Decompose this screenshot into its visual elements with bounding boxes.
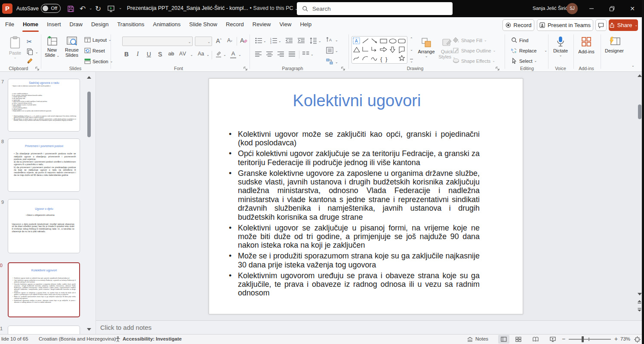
zoom-out-button[interactable]: − [562, 335, 565, 342]
slide-sorter-button[interactable] [515, 337, 521, 342]
normal-view-button[interactable] [498, 335, 509, 344]
shape-gallery[interactable]: A { } [351, 36, 407, 64]
slide-bullet[interactable]: Kolektivni ugovor može se zaključiti kao… [228, 130, 480, 147]
slide-bullet[interactable]: Opći kolektivni ugovor zaključuje se za … [228, 149, 480, 167]
increase-font-button[interactable]: A^ [216, 37, 222, 44]
numbering-button[interactable]: 123 [270, 37, 277, 44]
clear-formatting-button[interactable]: A [240, 37, 247, 44]
designer-button[interactable]: Designer [602, 36, 626, 53]
slide-thumbnail-7[interactable]: Sadržaj ugovora o radu • Ugovor o radu s… [8, 79, 80, 132]
increase-indent-button[interactable] [298, 37, 305, 44]
thumbnails-scroll-down-icon[interactable] [87, 328, 91, 331]
notes-pane[interactable]: Click to add notes [96, 320, 644, 334]
zoom-slider-track[interactable] [569, 339, 611, 340]
ribbon-tab[interactable]: Transitions [113, 17, 148, 33]
slide-bullet[interactable]: Može se i produžiti sporazumom strana ko… [228, 252, 480, 269]
slideshow-view-button[interactable] [550, 337, 556, 342]
saved-status[interactable]: • Saved to this PC [250, 5, 293, 11]
copy-button[interactable] [27, 48, 33, 55]
ribbon-tab[interactable]: Slide Show [185, 17, 222, 33]
dictate-button[interactable]: Dictate ⌄ [550, 36, 571, 57]
cut-button[interactable]: ✂ [27, 38, 32, 46]
highlight-button[interactable] [215, 51, 222, 58]
slide-body[interactable]: Kolektivni ugovor može se zaključiti kao… [228, 130, 480, 299]
align-text-chevron-icon[interactable]: ⌄ [335, 49, 338, 53]
strikethrough-button[interactable]: ab [166, 51, 176, 57]
ribbon-tab[interactable]: File [1, 17, 18, 33]
canvas-scrollbar[interactable] [638, 104, 641, 119]
undo-chevron-icon[interactable]: ⌄ [89, 6, 92, 10]
text-shadow-button[interactable]: S [155, 51, 165, 58]
shapes-more-icon[interactable]: ⌄ [410, 59, 413, 63]
format-painter-button[interactable] [27, 58, 34, 64]
select-button[interactable]: Select⌄ [511, 58, 537, 64]
paste-button[interactable]: Paste ⌄ [4, 36, 26, 59]
layout-button[interactable]: Layout⌄ [84, 37, 111, 43]
character-spacing-chevron-icon[interactable]: ⌄ [190, 53, 193, 57]
record-button[interactable]: Record [502, 19, 534, 31]
slide-thumbnail-9[interactable]: Ugovor o djelu • Zakon o obligacionim od… [8, 199, 80, 253]
line-spacing-button[interactable] [310, 37, 317, 44]
text-direction-chevron-icon[interactable]: ⌄ [335, 38, 338, 42]
ribbon-tab[interactable]: Record [222, 17, 248, 33]
italic-button[interactable]: I [133, 51, 142, 58]
reset-button[interactable]: Reset [84, 48, 105, 53]
feedback-button[interactable] [595, 19, 607, 31]
replace-button[interactable]: bc Replace ⌄ [511, 47, 547, 54]
user-name[interactable]: Sanja Jelić Širić [533, 6, 567, 11]
align-center-button[interactable] [266, 51, 273, 57]
zoom-level[interactable]: 73% [620, 336, 630, 341]
minimize-button[interactable] [582, 0, 601, 17]
section-button[interactable]: Section⌄ [84, 58, 113, 64]
decrease-indent-button[interactable] [286, 37, 293, 44]
language-status[interactable]: Croatian (Bosnia and Herzegovina) [39, 336, 116, 341]
numbering-chevron-icon[interactable]: ⌄ [278, 39, 281, 43]
copy-chevron-icon[interactable]: ⌄ [35, 50, 38, 54]
fit-slide-icon[interactable] [634, 336, 641, 343]
justify-button[interactable] [289, 51, 296, 57]
ribbon-tab[interactable]: Home [18, 17, 43, 33]
ribbon-tab[interactable]: Draw [65, 17, 87, 33]
notes-placeholder[interactable]: Click to add notes [100, 324, 151, 331]
reading-view-button[interactable] [533, 337, 539, 342]
ribbon-tab[interactable]: Insert [43, 17, 65, 33]
canvas-scroll-up-icon[interactable] [638, 74, 642, 77]
zoom-slider-thumb[interactable] [582, 336, 584, 342]
slide-thumbnail-11[interactable] [8, 326, 80, 334]
accessibility-status[interactable]: Accessibility: Investigate [123, 336, 182, 341]
font-name-combo[interactable]: ⌄ [122, 37, 193, 46]
font-dialog-launcher[interactable] [243, 67, 248, 71]
thumbnails-scroll-up-icon[interactable] [87, 76, 91, 79]
smartart-chevron-icon[interactable]: ⌄ [335, 60, 338, 64]
undo-icon[interactable]: ↶ [77, 3, 88, 14]
addins-button[interactable]: Add-ins [575, 36, 598, 54]
slide-thumbnail-8[interactable]: Privremeni i povremeni poslovi • Za obav… [8, 138, 80, 192]
slide-bullet[interactable]: Granske kolektivne ugovore za zaposlene … [228, 169, 480, 221]
powerpoint-logo[interactable]: P [2, 3, 12, 14]
save-icon[interactable] [65, 3, 76, 14]
font-size-combo[interactable]: ⌄ [195, 37, 212, 46]
slide-thumbnail-10-selected[interactable]: Kolektivni ugovori •Kolektivni ugovor mo… [8, 262, 80, 317]
find-button[interactable]: Find [511, 37, 528, 43]
shape-outline-button[interactable]: Shape Outline⌄ [453, 47, 496, 54]
bullets-chevron-icon[interactable]: ⌄ [263, 39, 266, 43]
slide-title[interactable]: Kolektivni ugovori [217, 92, 497, 110]
clipboard-dialog-launcher[interactable] [35, 67, 40, 71]
line-spacing-chevron-icon[interactable]: ⌄ [318, 39, 321, 43]
slide-bullet[interactable]: Kolektivnim ugovorom uređuju se prava i … [228, 271, 480, 298]
reuse-slides-button[interactable]: Reuse Slides [62, 36, 81, 58]
bullets-button[interactable] [255, 37, 262, 44]
thumbnails-scrollbar[interactable] [87, 92, 91, 137]
change-case-chevron-icon[interactable]: ⌄ [206, 53, 210, 57]
arrange-button[interactable]: Arrange ⌄ [416, 37, 436, 58]
align-left-button[interactable] [255, 51, 262, 57]
zoom-in-button[interactable]: + [614, 335, 618, 342]
document-title[interactable]: Prezentacija PPT_2024_Sanja Jelić-Širić … [127, 5, 298, 11]
shape-fill-button[interactable]: Shape Fill⌄ [453, 37, 487, 43]
paragraph-dialog-launcher[interactable] [341, 67, 345, 71]
columns-button[interactable] [302, 51, 309, 57]
bold-button[interactable]: B [122, 51, 131, 58]
notes-toggle[interactable]: Notes [475, 336, 488, 341]
font-color-chevron-icon[interactable]: ⌄ [238, 53, 241, 57]
present-in-teams-button[interactable]: Present in Teams [537, 19, 593, 31]
